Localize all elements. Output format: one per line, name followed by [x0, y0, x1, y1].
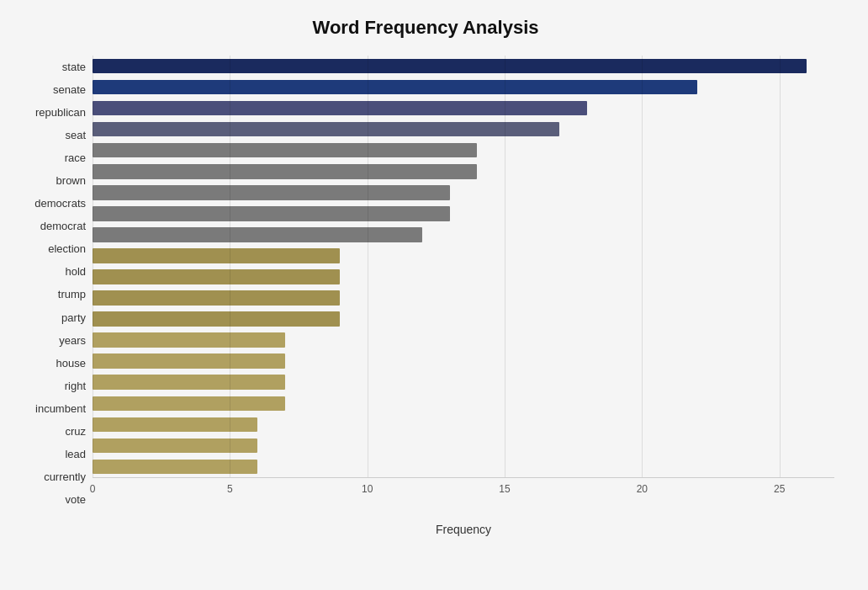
y-label-currently: currently: [17, 465, 86, 488]
bar-trump: [93, 269, 340, 284]
bar-row-right: [93, 351, 834, 372]
bar-state: [93, 59, 807, 74]
bars-and-xaxis: Frequency 0510152025: [93, 56, 834, 511]
y-label-brown: brown: [17, 169, 86, 192]
y-label-years: years: [17, 329, 86, 352]
bar-row-cruz: [93, 393, 834, 414]
bar-lead: [93, 417, 257, 433]
bar-row-hold: [93, 245, 834, 266]
bar-race: [93, 143, 477, 158]
bar-row-brown: [93, 161, 834, 182]
x-tick-5: 5: [227, 483, 233, 495]
bar-democrats: [93, 185, 450, 200]
chart-area: statesenaterepublicanseatracebrowndemocr…: [17, 56, 834, 511]
y-label-party: party: [17, 306, 86, 329]
y-label-election: election: [17, 237, 86, 260]
bar-row-state: [93, 56, 834, 77]
y-label-state: state: [17, 56, 86, 78]
bar-incumbent: [93, 375, 285, 390]
bar-row-party: [93, 288, 834, 309]
y-label-cruz: cruz: [17, 420, 86, 443]
y-axis: statesenaterepublicanseatracebrowndemocr…: [17, 56, 93, 511]
bar-senate: [93, 80, 697, 95]
x-tick-15: 15: [499, 483, 510, 495]
bar-brown: [93, 164, 477, 179]
bar-row-lead: [93, 414, 834, 435]
bar-party: [93, 290, 340, 306]
bar-row-incumbent: [93, 372, 834, 393]
y-label-democrats: democrats: [17, 192, 86, 215]
bar-row-house: [93, 330, 834, 351]
bar-election: [93, 227, 422, 242]
bar-currently: [93, 439, 257, 454]
bar-row-democrats: [93, 182, 834, 203]
chart-title: Word Frequency Analysis: [17, 17, 834, 39]
y-label-race: race: [17, 146, 86, 169]
x-tick-25: 25: [774, 483, 785, 495]
y-label-hold: hold: [17, 260, 86, 283]
x-axis-label: Frequency: [436, 523, 491, 536]
bar-republican: [93, 101, 587, 116]
bar-row-election: [93, 224, 834, 245]
y-label-democrat: democrat: [17, 215, 86, 237]
bar-row-senate: [93, 77, 834, 98]
y-label-incumbent: incumbent: [17, 397, 86, 420]
x-tick-20: 20: [637, 483, 648, 495]
bar-right: [93, 353, 285, 369]
bar-row-years: [93, 309, 834, 330]
y-label-vote: vote: [17, 488, 86, 511]
bar-row-republican: [93, 98, 834, 119]
y-label-lead: lead: [17, 443, 86, 465]
bar-years: [93, 311, 340, 327]
bar-cruz: [93, 396, 285, 412]
bar-hold: [93, 248, 340, 263]
y-label-right: right: [17, 375, 86, 397]
bar-row-vote: [93, 456, 834, 477]
bar-democrat: [93, 206, 450, 221]
y-label-senate: senate: [17, 78, 86, 101]
bar-row-race: [93, 140, 834, 161]
x-tick-10: 10: [362, 483, 373, 495]
bar-row-seat: [93, 119, 834, 140]
chart-container: Word Frequency Analysis statesenaterepub…: [0, 0, 868, 590]
bar-seat: [93, 122, 559, 137]
bar-house: [93, 332, 285, 348]
bar-row-currently: [93, 435, 834, 456]
x-tick-0: 0: [90, 483, 96, 495]
x-axis: Frequency 0510152025: [93, 477, 834, 511]
bars-rows-container: [93, 56, 834, 477]
bar-row-democrat: [93, 203, 834, 224]
y-label-house: house: [17, 352, 86, 375]
bar-vote: [93, 460, 257, 475]
y-label-trump: trump: [17, 283, 86, 306]
y-label-seat: seat: [17, 124, 86, 146]
y-label-republican: republican: [17, 101, 86, 124]
bar-row-trump: [93, 266, 834, 287]
